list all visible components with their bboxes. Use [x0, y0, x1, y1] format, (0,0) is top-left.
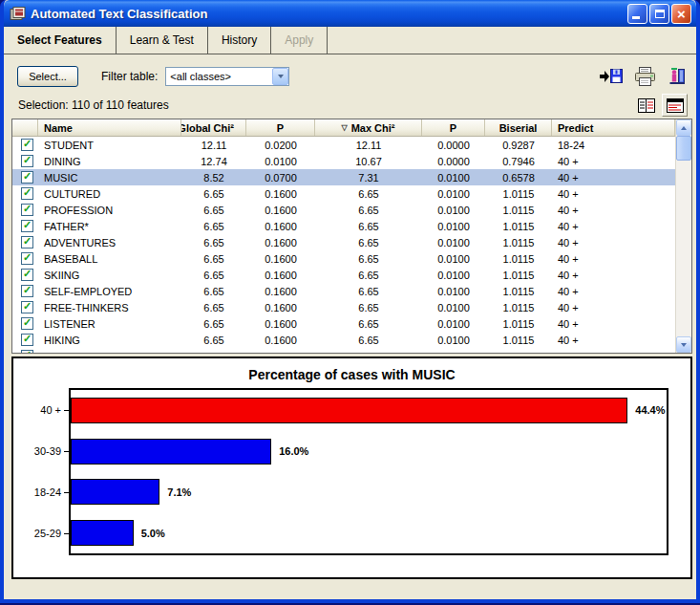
row-checkbox[interactable]: [21, 350, 33, 353]
scroll-down-button[interactable]: [676, 336, 691, 353]
cell-biserial: 1.0115: [485, 205, 552, 216]
row-checkbox[interactable]: [21, 155, 33, 167]
cell-biserial: 1.0115: [485, 302, 552, 313]
tab-select-features[interactable]: Select Features: [4, 27, 117, 54]
filter-table-value: <all classes>: [166, 71, 272, 82]
column-p1[interactable]: P: [246, 119, 315, 136]
column-p2[interactable]: P: [422, 119, 485, 136]
chevron-down-icon[interactable]: [272, 68, 288, 85]
details-view-button[interactable]: [633, 94, 659, 117]
minimize-icon: [632, 16, 640, 19]
table-row[interactable]: HIKING 6.65 0.1600 6.65 0.0100 1.0115 40…: [12, 332, 675, 348]
table-row[interactable]: ADVENTURES 6.65 0.1600 6.65 0.0100 1.011…: [12, 234, 675, 250]
row-checkbox[interactable]: [21, 139, 33, 151]
minimize-button[interactable]: [627, 4, 647, 24]
cell-max-chi2: 6.65: [315, 335, 422, 346]
row-checkbox[interactable]: [21, 204, 33, 216]
sort-descending-icon: ▽: [342, 123, 348, 132]
scrollbar-thumb[interactable]: [676, 136, 691, 161]
cell-p1: 0.1600: [246, 205, 315, 216]
cell-global-chi2: 6.65: [181, 270, 246, 281]
cell-max-chi2: 7.31: [315, 172, 422, 184]
maximize-button[interactable]: [649, 4, 669, 24]
tab-learn-test[interactable]: Learn & Test: [117, 27, 208, 54]
save-export-icon[interactable]: [599, 68, 624, 85]
table-row[interactable]: CULTURED 6.65 0.1600 6.65 0.0100 1.0115 …: [12, 185, 675, 202]
row-checkbox[interactable]: [21, 269, 33, 281]
table-row[interactable]: LISTENER 6.65 0.1600 6.65 0.0100 1.0115 …: [12, 315, 675, 332]
cell-global-chi2: 6.65: [181, 318, 246, 330]
chart-bar: [71, 398, 627, 423]
row-checkbox[interactable]: [21, 220, 33, 232]
cell-p2: 0.0100: [422, 286, 485, 297]
row-checkbox[interactable]: [21, 301, 33, 313]
table-row[interactable]: BASEBALL 6.65 0.1600 6.65 0.0100 1.0115 …: [12, 250, 675, 267]
chart-category-label: 25-29: [34, 528, 61, 539]
cell-predict: 40 +: [552, 270, 675, 281]
cell-predict: 40 +: [552, 237, 675, 248]
cell-name: SELF-EMPLOYED: [38, 286, 181, 297]
tab-history[interactable]: History: [208, 27, 271, 54]
row-checkbox[interactable]: [21, 187, 33, 200]
report-view-button[interactable]: [662, 94, 688, 117]
print-icon[interactable]: [634, 67, 657, 86]
row-checkbox[interactable]: [21, 236, 33, 248]
chart-bar-row: 18-24 7.1%: [71, 472, 667, 513]
column-max-chi2[interactable]: ▽ Max Chi²: [315, 119, 422, 136]
scroll-up-button[interactable]: [676, 119, 691, 136]
cell-name: ADVENTURES: [38, 237, 181, 248]
filter-table-label: Filter table:: [101, 70, 158, 83]
table-row[interactable]: FREE-THINKERS 6.65 0.1600 6.65 0.0100 1.…: [12, 299, 675, 315]
select-button[interactable]: Select...: [17, 66, 78, 87]
tab-apply[interactable]: Apply: [271, 27, 328, 54]
filter-table-combobox[interactable]: <all classes>: [165, 67, 289, 86]
cell-global-chi2: 6.65: [181, 253, 246, 265]
cell-predict: 40 +: [552, 318, 675, 330]
table-row[interactable]: SELF-EMPLOYED 6.65 0.1600 6.65 0.0100 1.…: [12, 283, 675, 299]
cell-biserial: 1.0115: [485, 221, 552, 232]
column-checkbox[interactable]: [12, 119, 38, 136]
column-predict[interactable]: Predict: [552, 119, 675, 136]
cell-name: SKIING: [38, 270, 181, 281]
cell-p2: 0.0100: [422, 221, 485, 232]
table-row[interactable]: [12, 348, 675, 353]
table-row[interactable]: DINING 12.74 0.0100 10.67 0.0000 0.7946 …: [12, 153, 675, 169]
cell-predict: 40 +: [552, 188, 675, 200]
cell-p1: 0.1600: [246, 318, 315, 330]
column-biserial[interactable]: Biserial: [485, 119, 552, 136]
content-area: Select... Filter table: <all classes>: [4, 54, 696, 599]
chart-bar: [71, 520, 134, 546]
view-toggle-group: [633, 94, 688, 117]
cell-p2: 0.0000: [422, 140, 485, 151]
cell-predict: 40 +: [552, 286, 675, 297]
row-checkbox[interactable]: [21, 252, 33, 265]
cell-p1: 0.0100: [246, 156, 315, 167]
row-checkbox[interactable]: [21, 171, 33, 184]
chart-value-label: 5.0%: [141, 528, 165, 539]
cell-predict: 18-24: [552, 140, 675, 151]
close-button[interactable]: ×: [671, 4, 691, 24]
table-row[interactable]: PROFESSION 6.65 0.1600 6.65 0.0100 1.011…: [12, 202, 675, 218]
tab-bar: Select FeaturesLearn & TestHistoryApply: [4, 27, 696, 54]
chart-bar: [71, 439, 271, 465]
cell-p1: 0.1600: [246, 335, 315, 346]
table-row[interactable]: MUSIC 8.52 0.0700 7.31 0.0100 0.6578 40 …: [12, 169, 675, 185]
table-row[interactable]: SKIING 6.65 0.1600 6.65 0.0100 1.0115 40…: [12, 267, 675, 283]
table-row[interactable]: FATHER* 6.65 0.1600 6.65 0.0100 1.0115 4…: [12, 218, 675, 234]
row-checkbox[interactable]: [21, 317, 33, 330]
chart-category-label: 18-24: [34, 486, 61, 498]
cell-global-chi2: 6.65: [181, 335, 246, 346]
exit-icon[interactable]: [668, 67, 687, 86]
vertical-scrollbar[interactable]: [675, 119, 691, 353]
cell-biserial: 1.0115: [485, 237, 552, 248]
cell-p2: 0.0100: [422, 253, 485, 265]
row-checkbox[interactable]: [21, 285, 33, 297]
row-checkbox[interactable]: [21, 334, 33, 346]
cell-biserial: 1.0115: [485, 335, 552, 346]
table-header: Name Global Chi² P ▽ Max Chi² P Biserial…: [12, 119, 675, 137]
column-name[interactable]: Name: [38, 119, 181, 136]
feature-table-main: Name Global Chi² P ▽ Max Chi² P Biserial…: [12, 119, 675, 353]
column-global-chi2[interactable]: Global Chi²: [181, 119, 246, 136]
scrollbar-track[interactable]: [676, 161, 691, 336]
table-row[interactable]: STUDENT 12.11 0.0200 12.11 0.0000 0.9287…: [12, 137, 675, 153]
